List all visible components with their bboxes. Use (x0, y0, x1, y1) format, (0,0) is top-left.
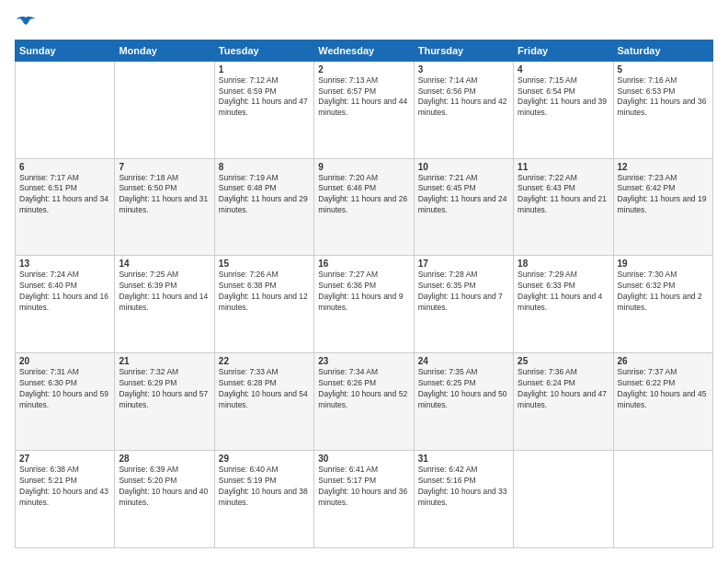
day-info-line: Daylight: 10 hours and 47 minutes. (518, 389, 607, 409)
day-number: 16 (318, 259, 409, 269)
day-info-line: Sunset: 5:19 PM (219, 476, 277, 485)
day-info-line: Daylight: 10 hours and 38 minutes. (219, 487, 308, 507)
day-content: Sunrise: 7:16 AMSunset: 6:53 PMDaylight:… (618, 75, 709, 120)
calendar-cell: 12Sunrise: 7:23 AMSunset: 6:42 PMDayligh… (613, 158, 712, 256)
calendar-cell: 28Sunrise: 6:39 AMSunset: 5:20 PMDayligh… (115, 451, 214, 548)
day-content: Sunrise: 7:29 AMSunset: 6:33 PMDaylight:… (518, 270, 609, 314)
calendar-week-2: 6Sunrise: 7:17 AMSunset: 6:51 PMDaylight… (16, 158, 713, 256)
day-number: 6 (19, 162, 110, 172)
day-number: 10 (418, 162, 509, 172)
day-info-line: Daylight: 11 hours and 36 minutes. (618, 97, 707, 117)
day-number: 21 (119, 356, 210, 366)
day-info-line: Daylight: 10 hours and 45 minutes. (618, 389, 707, 409)
day-number: 24 (418, 356, 509, 366)
day-info-line: Daylight: 10 hours and 52 minutes. (318, 389, 407, 409)
day-info-line: Sunrise: 7:22 AM (518, 173, 577, 182)
day-number: 26 (618, 356, 709, 366)
day-info-line: Sunset: 6:38 PM (219, 281, 277, 290)
calendar-cell: 7Sunrise: 7:18 AMSunset: 6:50 PMDaylight… (115, 158, 214, 256)
day-number: 4 (518, 64, 609, 75)
calendar-week-1: 1Sunrise: 7:12 AMSunset: 6:59 PMDaylight… (16, 61, 713, 158)
day-info-line: Sunset: 6:29 PM (119, 378, 176, 387)
day-number: 27 (19, 454, 110, 464)
logo (15, 15, 34, 32)
weekday-header-friday: Friday (514, 40, 613, 61)
calendar-week-3: 13Sunrise: 7:24 AMSunset: 6:40 PMDayligh… (16, 256, 713, 353)
day-content: Sunrise: 7:17 AMSunset: 6:51 PMDaylight:… (19, 173, 110, 217)
calendar-cell: 8Sunrise: 7:19 AMSunset: 6:48 PMDaylight… (214, 158, 313, 256)
day-content: Sunrise: 7:26 AMSunset: 6:38 PMDaylight:… (219, 270, 310, 314)
calendar-cell (514, 451, 613, 548)
calendar-cell: 10Sunrise: 7:21 AMSunset: 6:45 PMDayligh… (414, 158, 513, 256)
day-info-line: Sunrise: 7:13 AM (318, 75, 378, 85)
day-content: Sunrise: 7:31 AMSunset: 6:30 PMDaylight:… (19, 367, 110, 411)
day-info-line: Sunrise: 7:24 AM (19, 270, 79, 279)
day-content: Sunrise: 7:37 AMSunset: 6:22 PMDaylight:… (618, 367, 709, 411)
day-number: 9 (318, 162, 409, 172)
day-info-line: Sunset: 6:32 PM (618, 281, 676, 290)
day-content: Sunrise: 7:34 AMSunset: 6:26 PMDaylight:… (318, 367, 409, 411)
calendar-cell (115, 61, 214, 158)
calendar-cell: 26Sunrise: 7:37 AMSunset: 6:22 PMDayligh… (613, 353, 712, 451)
day-content: Sunrise: 7:33 AMSunset: 6:28 PMDaylight:… (219, 367, 310, 411)
day-info-line: Daylight: 11 hours and 44 minutes. (318, 97, 407, 117)
weekday-header-tuesday: Tuesday (214, 40, 313, 61)
day-content: Sunrise: 7:22 AMSunset: 6:43 PMDaylight:… (518, 173, 609, 217)
day-number: 2 (318, 64, 409, 75)
calendar-cell (16, 61, 115, 158)
day-number: 13 (19, 259, 110, 269)
day-number: 25 (518, 356, 609, 366)
day-number: 18 (518, 259, 609, 269)
weekday-header-saturday: Saturday (613, 40, 712, 61)
day-info-line: Sunset: 5:21 PM (19, 476, 77, 485)
day-info-line: Daylight: 11 hours and 21 minutes. (518, 194, 607, 214)
page: SundayMondayTuesdayWednesdayThursdayFrid… (0, 0, 728, 563)
calendar-cell: 25Sunrise: 7:36 AMSunset: 6:24 PMDayligh… (514, 353, 613, 451)
calendar-cell: 6Sunrise: 7:17 AMSunset: 6:51 PMDaylight… (16, 158, 115, 256)
calendar-cell: 24Sunrise: 7:35 AMSunset: 6:25 PMDayligh… (414, 353, 513, 451)
day-info-line: Daylight: 11 hours and 31 minutes. (119, 194, 208, 214)
day-info-line: Sunset: 6:28 PM (219, 378, 277, 387)
day-content: Sunrise: 7:15 AMSunset: 6:54 PMDaylight:… (518, 75, 609, 120)
day-info-line: Sunset: 6:30 PM (19, 378, 77, 387)
day-content: Sunrise: 6:39 AMSunset: 5:20 PMDaylight:… (119, 465, 210, 509)
day-content: Sunrise: 6:42 AMSunset: 5:16 PMDaylight:… (418, 465, 509, 509)
day-info-line: Sunset: 6:51 PM (19, 183, 77, 192)
day-info-line: Sunset: 6:33 PM (518, 281, 575, 290)
day-info-line: Sunset: 6:46 PM (318, 183, 376, 192)
day-info-line: Sunset: 6:26 PM (318, 378, 376, 387)
weekday-header-thursday: Thursday (414, 40, 513, 61)
day-number: 11 (518, 162, 609, 172)
calendar-cell (613, 451, 712, 548)
calendar-header-row: SundayMondayTuesdayWednesdayThursdayFrid… (16, 40, 713, 61)
weekday-header-monday: Monday (115, 40, 214, 61)
day-info-line: Daylight: 11 hours and 47 minutes. (219, 97, 308, 117)
calendar-cell: 27Sunrise: 6:38 AMSunset: 5:21 PMDayligh… (16, 451, 115, 548)
day-info-line: Sunset: 6:36 PM (318, 281, 376, 290)
calendar-cell: 2Sunrise: 7:13 AMSunset: 6:57 PMDaylight… (314, 61, 414, 158)
day-number: 1 (219, 64, 310, 75)
day-content: Sunrise: 7:12 AMSunset: 6:59 PMDaylight:… (219, 75, 310, 120)
day-content: Sunrise: 7:24 AMSunset: 6:40 PMDaylight:… (19, 270, 110, 314)
day-info-line: Sunrise: 7:19 AM (219, 173, 279, 182)
weekday-header-wednesday: Wednesday (314, 40, 414, 61)
day-info-line: Sunrise: 6:38 AM (19, 465, 79, 474)
day-number: 14 (119, 259, 210, 269)
day-info-line: Sunrise: 7:23 AM (618, 173, 677, 182)
day-info-line: Sunrise: 7:18 AM (119, 173, 178, 182)
day-content: Sunrise: 7:20 AMSunset: 6:46 PMDaylight:… (318, 173, 409, 217)
day-info-line: Daylight: 11 hours and 7 minutes. (418, 292, 503, 312)
day-number: 8 (219, 162, 310, 172)
day-info-line: Sunset: 5:16 PM (418, 476, 476, 485)
day-info-line: Sunset: 6:43 PM (518, 183, 575, 192)
day-info-line: Daylight: 11 hours and 29 minutes. (219, 194, 308, 214)
day-number: 29 (219, 454, 310, 464)
calendar-cell: 11Sunrise: 7:22 AMSunset: 6:43 PMDayligh… (514, 158, 613, 256)
day-info-line: Sunset: 6:35 PM (418, 281, 476, 290)
day-info-line: Sunrise: 6:42 AM (418, 465, 478, 474)
day-info-line: Sunset: 6:48 PM (219, 183, 277, 192)
day-info-line: Sunrise: 7:21 AM (418, 173, 478, 182)
day-info-line: Sunrise: 7:20 AM (318, 173, 378, 182)
day-info-line: Daylight: 11 hours and 9 minutes. (318, 292, 403, 312)
day-info-line: Sunset: 6:24 PM (518, 378, 575, 387)
